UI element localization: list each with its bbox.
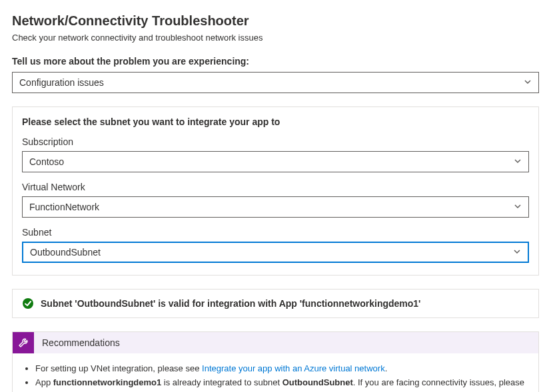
wrench-icon	[13, 332, 34, 353]
rec2-subnet: OutboundSubnet	[282, 377, 353, 387]
vnet-dropdown[interactable]: FunctionNetwork	[22, 196, 529, 218]
validation-status-text: Subnet 'OutboundSubnet' is valid for int…	[41, 298, 420, 309]
subnet-panel-heading: Please select the subnet you want to int…	[22, 116, 529, 127]
vnet-dropdown-value: FunctionNetwork	[29, 202, 99, 212]
rec1-suffix: .	[385, 363, 388, 373]
recommendation-item-2: App functionnetworkingdemo1 is already i…	[35, 377, 528, 392]
chevron-down-icon	[514, 156, 522, 167]
chevron-down-icon	[524, 77, 532, 88]
chevron-down-icon	[514, 202, 522, 212]
page-title: Network/Connectivity Troubleshooter	[12, 13, 539, 29]
recommendations-panel: Recommendations For setting up VNet inte…	[12, 331, 539, 392]
problem-dropdown-value: Configuration issues	[19, 77, 104, 88]
chevron-down-icon	[513, 247, 521, 258]
subnet-label: Subnet	[22, 227, 529, 238]
recommendations-header: Recommendations	[13, 332, 538, 353]
vnet-label: Virtual Network	[22, 182, 529, 192]
problem-label: Tell us more about the problem you are e…	[12, 56, 539, 67]
problem-dropdown[interactable]: Configuration issues	[12, 72, 539, 93]
rec2-p1: App	[35, 377, 53, 387]
success-icon	[22, 297, 34, 309]
rec1-prefix: For setting up VNet integration, please …	[35, 363, 202, 373]
subnet-dropdown[interactable]: OutboundSubnet	[22, 242, 529, 263]
subnet-dropdown-value: OutboundSubnet	[30, 247, 101, 258]
svg-point-0	[23, 298, 33, 309]
page-subtitle: Check your network connectivity and trou…	[12, 33, 539, 43]
recommendations-body: For setting up VNet integration, please …	[13, 353, 538, 392]
vnet-integration-link[interactable]: Integrate your app with an Azure virtual…	[202, 363, 385, 373]
subscription-dropdown-value: Contoso	[29, 156, 64, 167]
rec2-app: functionnetworkingdemo1	[53, 377, 162, 387]
recommendations-title: Recommendations	[34, 332, 128, 353]
rec2-p2: is already integrated to subnet	[161, 377, 282, 387]
validation-status-box: Subnet 'OutboundSubnet' is valid for int…	[12, 289, 539, 318]
subscription-label: Subscription	[22, 136, 529, 147]
subscription-dropdown[interactable]: Contoso	[22, 151, 529, 172]
recommendation-item-1: For setting up VNet integration, please …	[35, 363, 528, 375]
subnet-selection-panel: Please select the subnet you want to int…	[12, 106, 539, 276]
